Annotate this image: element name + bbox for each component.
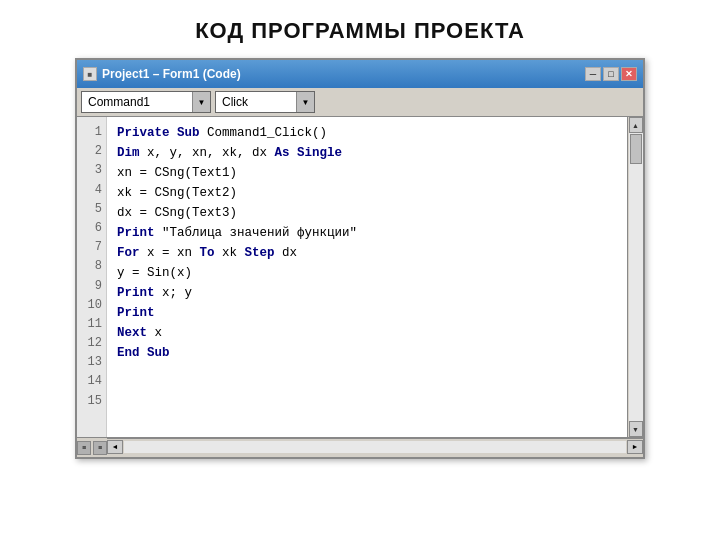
scroll-up-button[interactable]: ▲ <box>629 117 643 133</box>
status-icon-1: ≡ <box>77 441 91 455</box>
bottom-bar: ≡ ≡ ◄ ► <box>77 437 643 457</box>
title-bar-left: ■ Project1 – Form1 (Code) <box>83 67 241 81</box>
minimize-button[interactable]: ─ <box>585 67 601 81</box>
maximize-button[interactable]: □ <box>603 67 619 81</box>
window-controls: ─ □ ✕ <box>585 67 637 81</box>
close-button[interactable]: ✕ <box>621 67 637 81</box>
command-dropdown[interactable]: Command1 ▼ <box>81 91 211 113</box>
status-icon-2: ≡ <box>93 441 107 455</box>
code-area: 1 2 3 4 5 6 7 8 9 10 11 12 13 14 15 Priv… <box>77 117 627 437</box>
event-dropdown-value: Click <box>216 95 296 109</box>
scroll-right-button[interactable]: ► <box>627 440 643 454</box>
page-title: КОД ПРОГРАММЫ ПРОЕКТА <box>195 18 525 44</box>
scroll-track-v <box>629 133 643 421</box>
window-icon: ■ <box>83 67 97 81</box>
event-dropdown-arrow[interactable]: ▼ <box>296 92 314 112</box>
vertical-scrollbar: ▲ ▼ <box>627 117 643 437</box>
code-toolbar: Command1 ▼ Click ▼ <box>77 88 643 117</box>
command-dropdown-arrow[interactable]: ▼ <box>192 92 210 112</box>
title-bar: ■ Project1 – Form1 (Code) ─ □ ✕ <box>77 60 643 88</box>
scroll-down-button[interactable]: ▼ <box>629 421 643 437</box>
scroll-thumb-v[interactable] <box>630 134 642 164</box>
line-numbers: 1 2 3 4 5 6 7 8 9 10 11 12 13 14 15 <box>77 117 107 437</box>
code-content[interactable]: Private Sub Command1_Click() Dim x, y, x… <box>107 117 627 437</box>
horizontal-scrollbar: ◄ ► <box>107 438 643 454</box>
code-area-wrapper: 1 2 3 4 5 6 7 8 9 10 11 12 13 14 15 Priv… <box>77 117 643 437</box>
scroll-track-h <box>124 441 626 453</box>
event-dropdown[interactable]: Click ▼ <box>215 91 315 113</box>
scroll-left-button[interactable]: ◄ <box>107 440 123 454</box>
code-window: ■ Project1 – Form1 (Code) ─ □ ✕ Command1… <box>75 58 645 459</box>
window-title: Project1 – Form1 (Code) <box>102 67 241 81</box>
command-dropdown-value: Command1 <box>82 95 192 109</box>
status-icons: ≡ ≡ <box>77 438 107 457</box>
